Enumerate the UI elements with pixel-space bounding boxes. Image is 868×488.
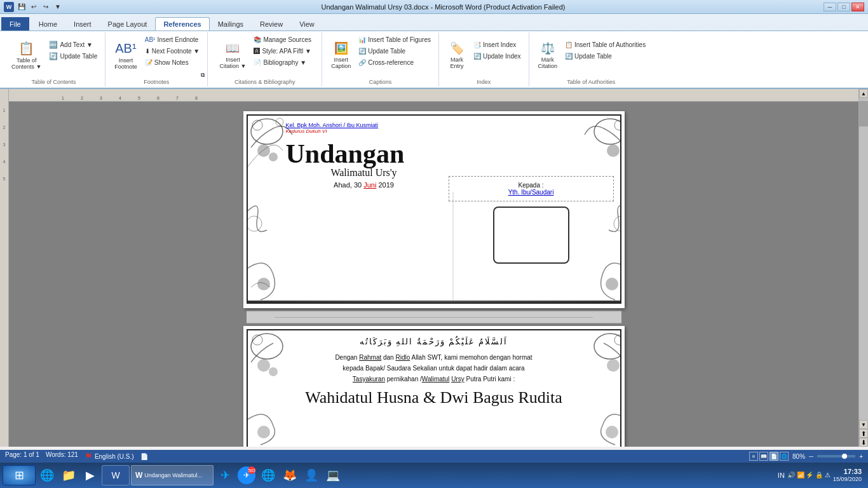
- arabic-text: اَلسَّلَامُ عَلَيْكُمْ وَرَحْمَةُ اللهِ …: [280, 337, 588, 347]
- maximize-btn[interactable]: □: [837, 3, 850, 11]
- page2-content: اَلسَّلَامُ عَلَيْكُمْ وَرَحْمَةُ اللهِ …: [248, 330, 620, 414]
- scroll-track[interactable]: [859, 98, 868, 420]
- tab-view[interactable]: View: [291, 17, 323, 30]
- add-text-btn[interactable]: 🔤 Add Text ▼: [46, 39, 100, 51]
- table-of-contents-btn[interactable]: 📋 Table ofContents ▼: [8, 35, 45, 76]
- track-changes-indicator: 📄: [140, 451, 148, 461]
- tab-review[interactable]: Review: [252, 17, 291, 30]
- taskbar-user-icon[interactable]: 👤: [301, 465, 322, 485]
- taskbar-firefox-icon[interactable]: 🦊: [280, 465, 300, 485]
- ribbon: File Home Insert Page Layout References …: [0, 14, 868, 89]
- close-btn[interactable]: ✕: [851, 3, 864, 11]
- insert-index-btn[interactable]: 📑 Insert Index: [471, 39, 524, 51]
- tray-icons: 🔊 📶 ⚡ 🔒 ⚠: [787, 471, 831, 478]
- insert-footnote-btn[interactable]: AB¹ InsertFootnote: [111, 35, 141, 76]
- sender-name[interactable]: Kel. Bpk Moh. Anshori / Ibu Kusmiati: [286, 122, 442, 128]
- normal-view-btn[interactable]: ≡: [749, 452, 758, 461]
- taskbar-media-icon[interactable]: ▶: [80, 465, 100, 485]
- date-display: 15/09/2020: [833, 476, 862, 484]
- system-tray: IN 🔊 📶 ⚡ 🔒 ⚠ 17:33 15/09/2020: [774, 467, 865, 484]
- mark-citation-btn[interactable]: ⚖️ MarkCitation: [534, 35, 562, 76]
- redo-qa-btn[interactable]: ↪: [41, 2, 51, 12]
- clock-display[interactable]: 17:33 15/09/2020: [833, 467, 862, 484]
- taskbar-chrome-icon[interactable]: 🌐: [258, 465, 278, 485]
- status-bar: Page: 1 of 1 Words: 121 ⚑ English (U.S.)…: [0, 450, 868, 463]
- zoom-plus-btn[interactable]: +: [859, 453, 863, 460]
- start-button[interactable]: ⊞: [3, 465, 36, 485]
- page-2: اَلسَّلَامُ عَلَيْكُمْ وَرَحْمَةُ اللهِ …: [243, 326, 625, 447]
- insert-table-figures-btn[interactable]: 📊 Insert Table of Figures: [356, 34, 433, 45]
- recipient-box: Kepada : Yth. Ibu/Saudari: [449, 176, 614, 201]
- group-footnotes: AB¹ InsertFootnote AB¹ Insert Endnote ⬇ …: [105, 32, 208, 86]
- status-left: Page: 1 of 1 Words: 121 ⚑ English (U.S.)…: [5, 451, 743, 461]
- scroll-up-btn[interactable]: ▲: [859, 89, 868, 98]
- next-footnote-btn[interactable]: ⬇ Next Footnote ▼: [142, 45, 203, 57]
- scroll-thumb[interactable]: [859, 101, 868, 126]
- customize-qa-btn[interactable]: ▼: [53, 2, 63, 12]
- tab-pagelayout[interactable]: Page Layout: [100, 17, 156, 30]
- zoom-thumb[interactable]: [842, 454, 847, 459]
- insert-endnote-btn[interactable]: AB¹ Insert Endnote: [142, 34, 203, 45]
- main-title: Undangan: [286, 140, 442, 167]
- group-index: 🏷️ MarkEntry 📑 Insert Index 🔄 Update Ind…: [439, 32, 529, 86]
- taskbar-explorer-icon[interactable]: 📁: [58, 465, 79, 485]
- pages-container[interactable]: Kel. Bpk Moh. Anshori / Ibu Kusmiati Ked…: [9, 102, 858, 447]
- bibliography-btn[interactable]: 📄 Bibliography ▼: [251, 57, 314, 68]
- taskbar-word-icon[interactable]: W: [102, 465, 130, 485]
- style-btn[interactable]: 🅰 Style: APA Fiftl ▼: [251, 45, 314, 57]
- sub-title: Walimatul Urs'y: [286, 167, 442, 179]
- update-index-btn[interactable]: 🔄 Update Index: [471, 51, 524, 62]
- tab-insert[interactable]: Insert: [65, 17, 100, 30]
- insert-caption-btn[interactable]: 🖼️ InsertCaption: [327, 35, 355, 76]
- body-line2: kepada Bapak/ Saudara Sekalian untuk dap…: [280, 363, 588, 374]
- tray-network-icon: IN: [778, 471, 785, 479]
- arabic-inscription: اَلسَّلَامُ عَلَيْكُمْ وَرَحْمَةُ اللهِ …: [360, 337, 508, 346]
- tab-references[interactable]: References: [155, 17, 209, 30]
- couple-names: Wahidatul Husna & Dwi Bagus Rudita: [280, 388, 588, 407]
- body-line1: Dengan Rahmat dan Ridlo Allah SWT, kami …: [280, 352, 588, 363]
- zoom-minus-btn[interactable]: ─: [809, 453, 813, 460]
- save-qa-btn[interactable]: 💾: [17, 2, 27, 12]
- svg-point-0: [251, 119, 283, 144]
- mark-entry-btn[interactable]: 🏷️ MarkEntry: [444, 35, 470, 76]
- show-notes-btn[interactable]: 📝 Show Notes: [142, 57, 203, 68]
- ribbon-content: 📋 Table ofContents ▼ 🔤 Add Text ▼ 🔄 Upda…: [0, 30, 868, 88]
- update-table-toc-btn[interactable]: 🔄 Update Table: [46, 51, 100, 62]
- svg-point-6: [614, 120, 620, 130]
- group-label-authorities: Table of Authorities: [529, 79, 654, 85]
- photo-box: [493, 207, 569, 264]
- next-page-btn[interactable]: ⬇: [859, 438, 868, 447]
- cross-reference-btn[interactable]: 🔗 Cross-reference: [356, 57, 433, 68]
- taskbar-telegram-badge[interactable]: ✈ 583: [236, 465, 257, 485]
- tab-mailings[interactable]: Mailings: [210, 17, 252, 30]
- scroll-down-btn[interactable]: ▼: [859, 420, 868, 429]
- undo-qa-btn[interactable]: ↩: [29, 2, 39, 12]
- update-table-cap-btn[interactable]: 🔄 Update Table: [356, 45, 433, 57]
- svg-point-11: [606, 278, 618, 290]
- language-indicator[interactable]: ⚑ English (U.S.): [85, 451, 134, 461]
- svg-point-21: [606, 426, 618, 438]
- zoom-slider[interactable]: [817, 455, 855, 458]
- page-view-btn[interactable]: 📄: [770, 452, 778, 461]
- reading-view-btn[interactable]: 📖: [759, 452, 768, 461]
- footnotes-expand-btn[interactable]: ⧉: [201, 72, 205, 79]
- update-table-auth-btn[interactable]: 🔄 Update Table: [562, 51, 648, 62]
- group-label-index: Index: [439, 79, 529, 85]
- svg-point-9: [614, 216, 620, 231]
- taskbar-pc-icon[interactable]: 💻: [323, 465, 343, 485]
- vertical-scrollbar[interactable]: ▲ ▼ ⬆ ⬇: [858, 89, 868, 447]
- taskbar-ie-icon[interactable]: 🌐: [37, 465, 57, 485]
- svg-point-1: [252, 120, 262, 130]
- prev-page-btn[interactable]: ⬆: [859, 429, 868, 438]
- taskbar-telegram-icon[interactable]: ✈: [215, 465, 235, 485]
- insert-table-authorities-btn[interactable]: 📋 Insert Table of Authorities: [562, 39, 648, 51]
- taskbar-word-app[interactable]: W Undangan Walimatul...: [131, 465, 214, 485]
- insert-citation-btn[interactable]: 📖 InsertCitation ▼: [215, 35, 250, 76]
- web-view-btn[interactable]: 🌐: [780, 452, 789, 461]
- tab-home[interactable]: Home: [31, 17, 65, 30]
- minimize-btn[interactable]: ─: [824, 3, 836, 11]
- tab-file[interactable]: File: [1, 17, 29, 30]
- page1-left-content: Kel. Bpk Moh. Anshori / Ibu Kusmiati Ked…: [286, 122, 442, 189]
- manage-sources-btn[interactable]: 📚 Manage Sources: [251, 34, 314, 45]
- group-authorities: ⚖️ MarkCitation 📋 Insert Table of Author…: [529, 32, 654, 86]
